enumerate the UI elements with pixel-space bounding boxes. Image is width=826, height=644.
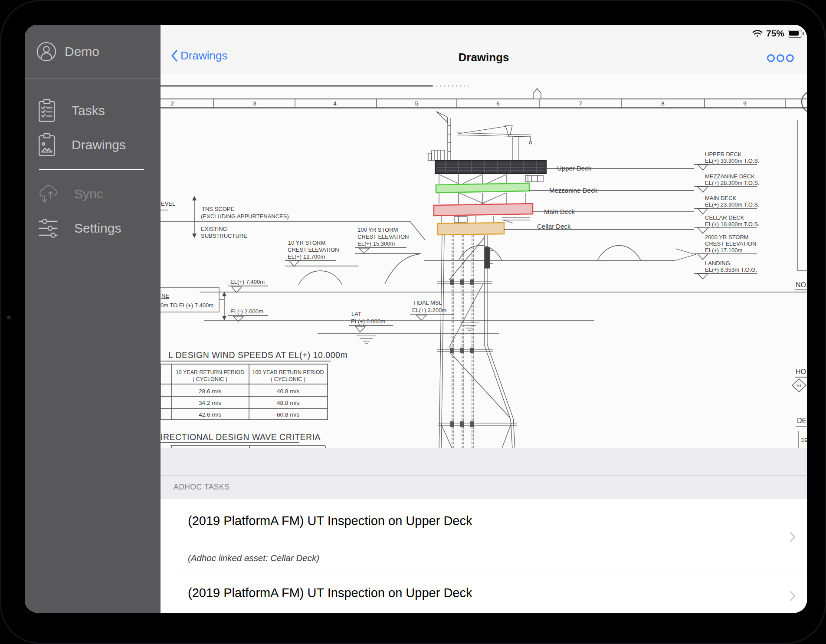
svg-text:EL(+) 8.353m T.O.G.: EL(+) 8.353m T.O.G. xyxy=(705,266,757,273)
svg-text:EL(+) 12.700m: EL(+) 12.700m xyxy=(288,253,325,260)
adhoc-task-list: (2019 PlatformA FM) UT Inspection on Upp… xyxy=(161,499,807,613)
svg-text:TNS SCOPE: TNS SCOPE xyxy=(202,206,234,212)
elevation-callouts: UPPER DECK EL(+) 33.300m T.O.S. MEZZANIN… xyxy=(675,151,760,279)
sidebar-item-settings[interactable]: Settings xyxy=(25,216,161,240)
sidebar-item-drawings[interactable]: Drawings xyxy=(25,133,161,157)
svg-text:NE: NE xyxy=(161,292,169,299)
sidebar-user[interactable]: Demo xyxy=(25,25,161,78)
svg-text:0m TO EL(+) 7.400m: 0m TO EL(+) 7.400m xyxy=(161,302,213,309)
svg-text:DE: DE xyxy=(797,417,806,424)
svg-text:LANDING: LANDING xyxy=(705,260,730,266)
battery-icon xyxy=(788,30,803,37)
svg-text:UPPER DECK: UPPER DECK xyxy=(705,151,742,158)
sidebar-item-tasks[interactable]: Tasks xyxy=(25,99,161,123)
svg-text:CREST ELEVATION: CREST ELEVATION xyxy=(357,233,409,240)
svg-text:EL(+) 33.300m T.O.S.: EL(+) 33.300m T.O.S. xyxy=(705,158,760,164)
svg-text:CREST ELEVATION: CREST ELEVATION xyxy=(705,240,756,247)
svg-text:EL(+) 2.200m: EL(+) 2.200m xyxy=(412,307,446,313)
svg-text:H1: H1 xyxy=(796,384,802,388)
svg-text:100 YR STORM: 100 YR STORM xyxy=(357,227,398,233)
status-bar: 75% xyxy=(752,27,803,39)
svg-text:EVEL: EVEL xyxy=(161,200,175,207)
clipboard-checklist-icon xyxy=(38,99,56,122)
svg-text:60.8 m/s: 60.8 m/s xyxy=(277,411,299,418)
svg-text:HO: HO xyxy=(796,368,806,375)
wifi-icon xyxy=(752,30,763,37)
svg-text:MEZZANINE DECK: MEZZANINE DECK xyxy=(705,173,755,180)
svg-text:TIDAL MSL: TIDAL MSL xyxy=(413,299,442,306)
svg-text:4: 4 xyxy=(333,100,337,107)
edge-fragments: NO HO H1 DE DE xyxy=(792,281,807,448)
adhoc-task-row[interactable]: (2019 PlatformA FM) UT Inspection on Upp… xyxy=(161,499,807,569)
mezzanine-deck-highlight[interactable] xyxy=(436,183,529,193)
svg-text:EL(+) 28.300m T.O.S.: EL(+) 28.300m T.O.S. xyxy=(705,180,760,186)
svg-text:48.8 m/s: 48.8 m/s xyxy=(277,400,299,406)
adhoc-tasks-section-title: ADHOC TASKS xyxy=(174,475,229,499)
deck-label: Mezzanine Deck xyxy=(549,187,597,194)
sliders-icon xyxy=(38,218,59,239)
svg-text:EXISTING: EXISTING xyxy=(201,226,227,232)
svg-text:SUBSTRUCTURE: SUBSTRUCTURE xyxy=(201,233,247,239)
svg-text:42.6 m/s: 42.6 m/s xyxy=(199,411,221,418)
ellipsis-icon xyxy=(777,54,784,62)
svg-text:7: 7 xyxy=(579,100,582,107)
drawing-annotations: EVEL TNS SCOPE (EXCLUDING APPURTENANCES)… xyxy=(161,197,454,332)
adhoc-tasks-sheet: ADHOC TASKS (2019 PlatformA FM) UT Inspe… xyxy=(161,448,807,613)
svg-text:EL(+) 18.800m T.O.S.: EL(+) 18.800m T.O.S. xyxy=(705,221,760,227)
svg-text:2: 2 xyxy=(170,100,174,107)
person-circle-icon xyxy=(36,41,57,62)
svg-text:CELLAR DECK: CELLAR DECK xyxy=(705,214,744,221)
svg-text:EL(+) 17.100m: EL(+) 17.100m xyxy=(705,247,742,253)
platform-elevation-drawing: Upper Deck Mezzanine Deck Main Deck Cell… xyxy=(161,74,807,448)
task-title: (2019 PlatformA FM) UT Inspection on Upp… xyxy=(188,586,472,600)
svg-text:6: 6 xyxy=(496,100,500,107)
svg-text:DE: DE xyxy=(801,438,807,443)
ipad-bezel: Demo Tasks D xyxy=(0,0,826,644)
svg-text:100 YEAR RETURN PERIOD: 100 YEAR RETURN PERIOD xyxy=(252,369,324,375)
deck-label: Cellar Deck xyxy=(537,223,571,230)
adhoc-task-row[interactable]: (2019 PlatformA FM) UT Inspection on Upp… xyxy=(161,569,807,613)
sheet-divider xyxy=(161,475,807,476)
sidebar-selection-underline xyxy=(39,169,144,170)
svg-text:EL(+) 15.300m: EL(+) 15.300m xyxy=(357,240,395,247)
deck-highlights xyxy=(434,161,546,235)
svg-text:LAT: LAT xyxy=(351,311,361,317)
more-menu-button[interactable] xyxy=(767,54,794,62)
svg-text:2000 YR STORM: 2000 YR STORM xyxy=(705,234,749,240)
main-area: 75% Drawings Drawings xyxy=(161,25,807,613)
svg-text:28.6 m/s: 28.6 m/s xyxy=(199,388,221,394)
sidebar: Demo Tasks D xyxy=(25,25,161,613)
drawing-canvas[interactable]: Upper Deck Mezzanine Deck Main Deck Cell… xyxy=(161,74,807,448)
page-title: Drawings xyxy=(161,51,807,64)
main-deck-highlight[interactable] xyxy=(434,204,533,216)
wind-speeds-table: L DESIGN WIND SPEEDS AT EL(+) 10.000m 10… xyxy=(161,350,347,448)
svg-text:3: 3 xyxy=(253,100,256,107)
svg-text:5: 5 xyxy=(415,100,418,107)
svg-text:34.2 m/s: 34.2 m/s xyxy=(199,400,221,406)
svg-text:EL(+) 23.300m T.O.S.: EL(+) 23.300m T.O.S. xyxy=(705,201,760,208)
svg-text:10 YEAR RETURN PERIOD: 10 YEAR RETURN PERIOD xyxy=(176,369,244,375)
sidebar-item-label: Sync xyxy=(74,187,103,201)
svg-text:9: 9 xyxy=(743,100,747,107)
svg-text:EL(+) 0.000m: EL(+) 0.000m xyxy=(351,318,385,325)
svg-text:( CYCLONIC ): ( CYCLONIC ) xyxy=(193,376,227,382)
svg-text:L DESIGN WIND SPEEDS AT EL(+): L DESIGN WIND SPEEDS AT EL(+) 10.000m xyxy=(168,350,347,360)
svg-text:IRECTIONAL DESIGN WAVE CRITERI: IRECTIONAL DESIGN WAVE CRITERIA xyxy=(161,432,321,442)
svg-text:40.8 m/s: 40.8 m/s xyxy=(277,388,299,394)
navigation-bar: 75% Drawings Drawings xyxy=(161,25,807,74)
svg-text:NO: NO xyxy=(796,281,806,289)
svg-text:8: 8 xyxy=(661,100,665,107)
upper-deck-highlight[interactable] xyxy=(435,161,546,174)
front-camera xyxy=(7,315,11,319)
sidebar-item-sync: Sync xyxy=(25,182,161,206)
sidebar-item-label: Settings xyxy=(74,221,121,236)
deck-label: Upper Deck xyxy=(557,164,592,172)
svg-text:EL(-) 2.000m: EL(-) 2.000m xyxy=(230,308,263,315)
chevron-right-icon xyxy=(790,591,796,601)
svg-text:(EXCLUDING APPURTENANCES): (EXCLUDING APPURTENANCES) xyxy=(201,213,289,220)
svg-text:CREST ELEVATION: CREST ELEVATION xyxy=(288,246,339,253)
chevron-right-icon xyxy=(790,532,796,542)
cellar-deck-highlight[interactable] xyxy=(438,223,504,235)
svg-text:10 YR STORM: 10 YR STORM xyxy=(288,240,325,246)
ellipsis-icon xyxy=(767,54,775,62)
